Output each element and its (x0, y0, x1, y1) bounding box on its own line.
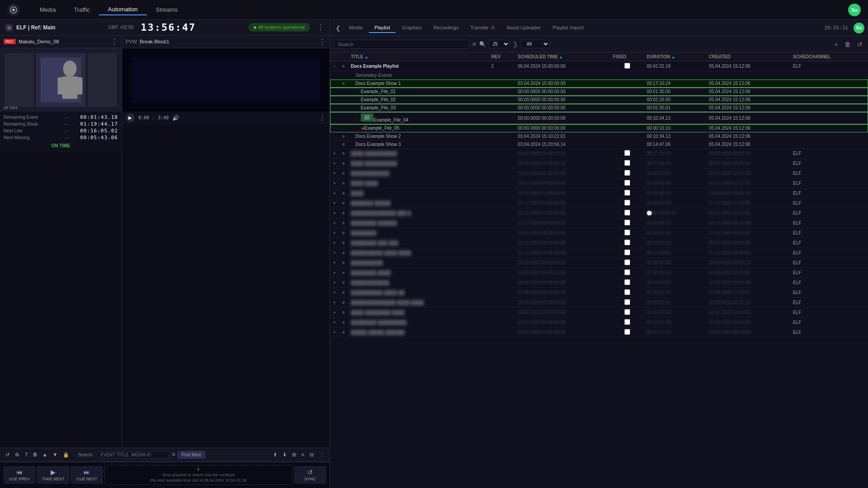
rundown-import-button[interactable]: ⬇ (281, 451, 288, 459)
col-rev[interactable]: REV (489, 52, 515, 61)
fixed-cell[interactable] (610, 132, 644, 141)
list-item[interactable]: + ≡ ██████████ ████ ████ 01.11.2023 18:0… (330, 248, 868, 258)
expand-cell[interactable]: + (330, 248, 339, 258)
expand-cell[interactable]: + (330, 328, 339, 338)
fixed-cell[interactable] (610, 248, 644, 258)
expand-cell[interactable]: + (330, 308, 339, 318)
fixed-cell[interactable] (610, 159, 644, 169)
fixed-cell[interactable] (610, 318, 644, 328)
fixed-cell[interactable] (610, 258, 644, 268)
fixed-cell[interactable] (610, 328, 644, 338)
tab-playlist[interactable]: Playlist (369, 23, 396, 33)
list-item[interactable]: + ≡ █████ █████ ██████ 18.01.2023 19:00:… (330, 328, 868, 338)
find-next-button[interactable]: Find Next (178, 451, 205, 459)
list-item[interactable]: + ≡ ████ ██████████ 05.04.2024 16:45:42.… (330, 149, 868, 159)
list-item[interactable]: + ≡ ████ ████ 19.12.2023 00:00:00.00 01:… (330, 178, 868, 188)
expand-cell[interactable]: + (330, 208, 339, 218)
fixed-cell[interactable] (610, 61, 644, 71)
list-item[interactable]: + ≡ ████████████ 19.01.2024 00:00:00.00 … (330, 169, 868, 178)
tab-graphics[interactable]: Graphics (396, 23, 427, 33)
delete-playlist-button[interactable]: 🗑 (843, 40, 853, 49)
list-item[interactable]: + ≡ ██████████████ ███ █ 02.12.2023 10:0… (330, 208, 868, 218)
list-item[interactable]: ≡ Docs Example Show 3 03.04.2024 15:20:5… (330, 141, 868, 149)
bold-button[interactable]: B (32, 451, 39, 458)
rundown-list-button[interactable]: ≡ (300, 451, 306, 458)
fixed-cell[interactable] (610, 308, 644, 318)
lock-button[interactable]: 🔒 (61, 451, 71, 459)
tab-transfer[interactable]: Transfer ⚠ (465, 23, 500, 33)
expand-cell[interactable]: + (330, 198, 339, 208)
expand-cell[interactable]: − (330, 61, 339, 71)
list-item[interactable]: + ≡ ██████████ 26.09.2023 18:00:00.00 01… (330, 258, 868, 268)
reload-playlist-button[interactable]: ↺ (855, 40, 864, 49)
col-scheduled[interactable]: SCHEDULED TIME ▲ (515, 52, 610, 61)
drop-zone[interactable]: ⬆ Drop playlists to import into the rund… (104, 465, 292, 485)
settings-button[interactable]: ⚙ (13, 451, 21, 459)
volume-icon[interactable]: 🔊 (172, 115, 179, 121)
fixed-cell[interactable] (610, 198, 644, 208)
expand-cell[interactable]: + (330, 218, 339, 228)
cue-next-button[interactable]: ⏭ CUE NEXT (71, 466, 103, 483)
list-item[interactable]: Example_File_04 00:00.0000 00:00:00.00 0… (330, 112, 868, 124)
list-item[interactable]: Example_File_02 00:00.0000 00:00:00.00 0… (330, 96, 868, 104)
text-toggle-button[interactable]: T (23, 451, 30, 458)
fixed-cell[interactable] (610, 178, 644, 188)
search-clear-icon[interactable]: ✕ (472, 41, 476, 47)
fixed-cell[interactable] (610, 268, 644, 278)
toolbar-up-button[interactable]: ▲ (41, 451, 49, 458)
take-next-button[interactable]: ▶ TAKE NEXT (37, 466, 69, 483)
fixed-cell[interactable] (610, 288, 644, 298)
fixed-cell[interactable] (610, 71, 644, 80)
tab-recordings[interactable]: Recordings (428, 23, 464, 33)
col-created[interactable]: CREATED (706, 52, 790, 61)
list-item[interactable]: + ≡ ██████████████ ████ ████ 30.08.2023 … (330, 298, 868, 308)
pwv-controls-menu[interactable]: ⋮ (319, 113, 326, 122)
list-item[interactable]: + ≡ ████ ██████████ 05.04.2024 16:45:42.… (330, 159, 868, 169)
expand-cell[interactable]: + (330, 159, 339, 169)
tab-media[interactable]: Media (344, 23, 368, 33)
pwv-menu-icon[interactable]: ⋮ (319, 38, 326, 46)
expand-cell[interactable]: + (330, 258, 339, 268)
list-item[interactable]: ◀Example_File_05 00:00.0000 00:00:00.00 … (330, 124, 868, 132)
rundown-export-button[interactable]: ⬆ (271, 451, 279, 459)
fixed-cell[interactable] (610, 149, 644, 159)
cue-prev-button[interactable]: ⏮ CUE PREV (4, 466, 35, 483)
nav-tab-streams[interactable]: Streams (147, 5, 187, 15)
fixed-cell[interactable] (610, 141, 644, 149)
expand-cell[interactable]: + (330, 169, 339, 178)
list-item[interactable]: Example_File_01 00:00.0000 00:00:00.00 0… (330, 88, 868, 96)
fixed-cell[interactable] (610, 124, 644, 132)
add-playlist-button[interactable]: + (833, 40, 840, 49)
nav-tab-media[interactable]: Media (31, 5, 65, 15)
expand-cell[interactable]: + (330, 298, 339, 308)
fixed-cell[interactable] (610, 188, 644, 198)
right-panel-user-badge[interactable]: Su (854, 23, 864, 33)
expand-cell[interactable]: + (330, 278, 339, 288)
tab-playlist-import[interactable]: Playlist Import (547, 23, 589, 33)
fixed-cell[interactable] (610, 238, 644, 248)
play-button[interactable]: ▶ (126, 113, 135, 122)
expand-cell[interactable]: + (330, 149, 339, 159)
count-select[interactable]: 25 50 100 (489, 40, 510, 48)
list-item[interactable]: + ≡ ████████ █████████ 15.03.2023 00:00:… (330, 318, 868, 328)
expand-cell[interactable]: + (330, 188, 339, 198)
list-item[interactable]: + ≡ ████████ ██████ 22.12.2023 00:00:00.… (330, 218, 868, 228)
col-schedchannel[interactable]: SCHEDCHANNEL (790, 52, 868, 61)
expand-cell[interactable]: + (330, 268, 339, 278)
list-item[interactable]: Example_File_03 00:00.0000 00:00:00.00 0… (330, 104, 868, 112)
list-item[interactable]: + ≡ ██████████ ████ ██ 07.09.2023 04:00:… (330, 288, 868, 298)
rundown-split-button[interactable]: ⊟ (308, 451, 316, 459)
tab-asset-uploader[interactable]: Asset Uploader (501, 23, 546, 33)
list-item[interactable]: + ≡ ████████ ████ 10.09.2023 04:00:01.00… (330, 268, 868, 278)
list-item[interactable]: + ≡ ████ 18.12.2023 12:00:00.00 01:19:45… (330, 188, 868, 198)
expand-cell[interactable]: + (330, 178, 339, 188)
refresh-button[interactable]: ↺ (4, 451, 11, 459)
nav-tab-automation[interactable]: Automation (99, 4, 147, 15)
list-item[interactable]: ≡ Docs Example Show 2 03.04.2024 15:10:2… (330, 132, 868, 141)
list-item[interactable]: + ≡ ███████ █████ 07.12.2023 12:00:00.00… (330, 198, 868, 208)
search-clear-button[interactable]: ✕ (171, 451, 176, 458)
playlist-search-input[interactable] (334, 40, 469, 49)
list-item[interactable]: + ≡ ████████████ 08.09.2023 00:00:00.00 … (330, 278, 868, 288)
fixed-cell[interactable] (610, 228, 644, 238)
list-item[interactable]: − ≡ Docs Example Playlist 2 06.04.2024 1… (330, 61, 868, 71)
